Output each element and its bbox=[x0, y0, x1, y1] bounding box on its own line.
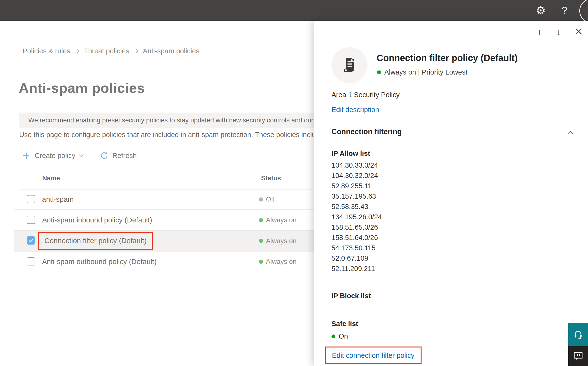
ip-entry: 158.51.64.0/26 bbox=[331, 233, 382, 243]
ip-entry: 134.195.26.0/24 bbox=[331, 212, 382, 222]
support-button[interactable] bbox=[568, 323, 588, 346]
chevron-up-icon[interactable] bbox=[567, 131, 573, 137]
page-title: Anti-spam policies bbox=[19, 80, 145, 96]
banner-text: We recommend enabling preset security po… bbox=[28, 117, 314, 124]
safe-list-status: On bbox=[331, 332, 348, 340]
table-row-selected[interactable]: Connection filter policy (Default) Alway… bbox=[15, 231, 314, 252]
row-checkbox[interactable] bbox=[27, 257, 35, 266]
chevron-right-icon bbox=[134, 49, 138, 53]
ip-block-list-heading: IP Block list bbox=[331, 292, 371, 300]
row-checkbox-checked[interactable] bbox=[27, 236, 35, 244]
breadcrumb: Policies & rules Threat policies Anti-sp… bbox=[22, 47, 199, 55]
ip-entry: 35.157.195.63 bbox=[331, 191, 382, 201]
connection-filtering-section-header[interactable]: Connection filtering bbox=[331, 128, 402, 136]
ip-entry: 52.11.209.211 bbox=[331, 264, 382, 274]
feedback-bubble-icon bbox=[573, 351, 583, 361]
status-cell: Always on bbox=[259, 231, 297, 251]
annotation-red-box: Edit connection filter policy bbox=[325, 347, 422, 364]
divider bbox=[331, 120, 576, 120]
status-cell: Always on bbox=[259, 252, 297, 272]
feedback-button[interactable] bbox=[568, 346, 588, 366]
status-cell: Always on bbox=[259, 210, 297, 230]
edit-description-link[interactable]: Edit description bbox=[331, 106, 379, 114]
next-item-arrow-icon[interactable]: ↓ bbox=[556, 27, 561, 37]
policy-name[interactable]: Anti-spam inbound policy (Default) bbox=[42, 210, 152, 230]
safe-list-heading: Safe list bbox=[331, 320, 358, 328]
policy-details-flyout: ↑ ↓ × Connection filter policy (Default)… bbox=[314, 21, 588, 366]
page-description: Use this page to configure policies that… bbox=[19, 131, 314, 139]
refresh-icon bbox=[100, 151, 109, 160]
recommendation-banner: We recommend enabling preset security po… bbox=[19, 113, 314, 128]
ip-allow-list-heading: IP Allow list bbox=[331, 150, 370, 158]
policy-name[interactable]: Connection filter policy (Default) bbox=[44, 237, 147, 245]
status-dot-on bbox=[331, 335, 335, 338]
policy-name[interactable]: Anti-spam outbound policy (Default) bbox=[42, 252, 157, 272]
settings-gear-icon[interactable]: ⚙ bbox=[533, 0, 549, 21]
ip-entry: 158.51.65.0/26 bbox=[331, 222, 382, 233]
status-cell: Off bbox=[259, 189, 275, 209]
ip-entry: 52.0.67.109 bbox=[331, 253, 382, 264]
top-bar: ⚙ ? M bbox=[0, 0, 588, 21]
status-dot-on bbox=[259, 260, 263, 264]
status-dot-off bbox=[259, 198, 263, 201]
status-dot-on bbox=[377, 70, 381, 74]
account-avatar[interactable]: M bbox=[579, 0, 588, 23]
breadcrumb-threat-policies[interactable]: Threat policies bbox=[84, 47, 129, 55]
plus-icon: + bbox=[22, 149, 30, 162]
table-row[interactable]: Anti-spam outbound policy (Default) Alwa… bbox=[15, 252, 314, 272]
ip-entry: 104.30.33.0/24 bbox=[331, 160, 382, 170]
breadcrumb-anti-spam-policies: Anti-spam policies bbox=[143, 47, 199, 55]
close-icon[interactable]: × bbox=[575, 25, 582, 38]
policy-scroll-avatar bbox=[331, 47, 368, 83]
ip-entry: 52.89.255.11 bbox=[331, 181, 382, 191]
security-admin-center-screen: ⚙ ? M Policies & rules Threat policies A… bbox=[0, 0, 588, 366]
headset-icon bbox=[573, 329, 584, 340]
column-header-status[interactable]: Status bbox=[261, 175, 281, 182]
annotation-red-box: Connection filter policy (Default) bbox=[38, 232, 153, 250]
create-policy-button[interactable]: + Create policy bbox=[22, 149, 83, 162]
panel-title: Connection filter policy (Default) bbox=[377, 53, 518, 63]
policy-name[interactable]: anti-spam bbox=[42, 189, 74, 209]
panel-status-line: Always on | Priority Lowest bbox=[377, 68, 467, 76]
chevron-right-icon bbox=[75, 49, 79, 53]
status-dot-on bbox=[259, 218, 263, 222]
table-row[interactable]: Anti-spam inbound policy (Default) Alway… bbox=[15, 210, 314, 231]
list-toolbar: + Create policy Refresh bbox=[22, 149, 137, 163]
row-checkbox[interactable] bbox=[27, 195, 35, 203]
refresh-button[interactable]: Refresh bbox=[83, 151, 137, 160]
ip-entry: 52.58.35.43 bbox=[331, 201, 382, 212]
row-checkbox[interactable] bbox=[27, 216, 35, 224]
ip-entry: 104.30.32.0/24 bbox=[331, 170, 382, 181]
previous-item-arrow-icon[interactable]: ↑ bbox=[537, 27, 542, 37]
ip-allow-list: 104.30.33.0/24 104.30.32.0/24 52.89.255.… bbox=[331, 160, 382, 274]
ip-entry: 54.173.50.115 bbox=[331, 243, 382, 253]
panel-description: Area 1 Security Policy bbox=[331, 91, 400, 99]
column-header-name[interactable]: Name bbox=[42, 175, 60, 182]
edit-connection-filter-policy-link[interactable]: Edit connection filter policy bbox=[332, 351, 414, 359]
breadcrumb-policies-rules[interactable]: Policies & rules bbox=[22, 47, 70, 55]
help-icon[interactable]: ? bbox=[557, 0, 572, 21]
table-row[interactable]: anti-spam Off bbox=[15, 189, 314, 210]
scroll-policy-icon bbox=[340, 56, 359, 74]
status-dot-on bbox=[259, 239, 263, 243]
